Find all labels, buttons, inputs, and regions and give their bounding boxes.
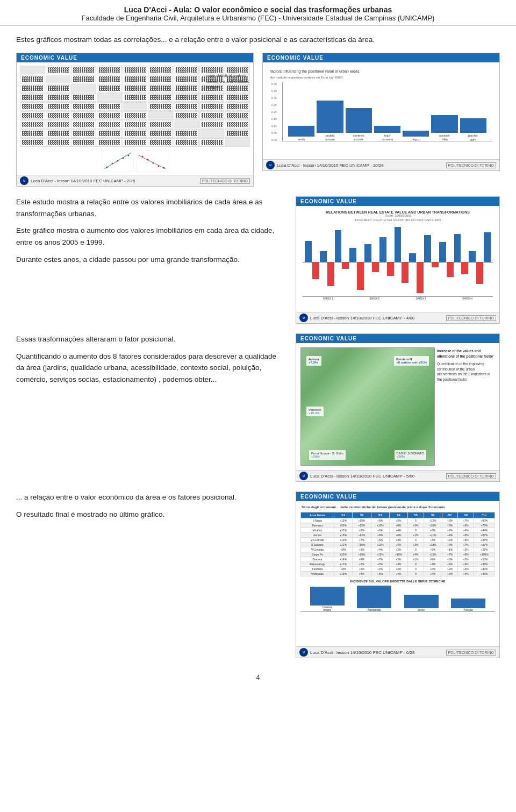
slide-4-box: ECONOMIC VALUE Aurora+7.5% Barriera N+8 …	[296, 333, 500, 482]
map-label-mirafiori: BAGIO S.DONATO+26%	[395, 450, 426, 460]
bar-fill	[317, 101, 343, 133]
sg-cell	[20, 129, 45, 138]
slide-3-box: ECONOMIC VALUE RELATIONS BETWEEN REAL ES…	[296, 196, 500, 324]
sg-cell	[20, 93, 45, 102]
bar-label: negozi	[412, 138, 420, 141]
sg-cell	[97, 111, 122, 120]
data-table: Area Nome S1 S2 S3 S4 S5 S6 S7 S8 Tot	[300, 512, 495, 576]
chart-subtitle: (by multiple regression analysis on Turi…	[270, 76, 492, 79]
table-body: V.Nizza+15%+10%+8%+5%0+12%+3%+7%+60% Bei…	[301, 518, 495, 576]
bb-bar-label: Servizi	[418, 609, 425, 611]
vbar	[327, 227, 334, 297]
slide-5-table-title: Stima degli incrementi ... delle caratte…	[298, 503, 497, 510]
slide-2-header: ECONOMIC VALUE	[263, 53, 499, 62]
section-2-text2: Este gráfico mostra o aumento dos valore…	[16, 225, 285, 248]
section-row-4: ... a relação entre o valor econômico da…	[16, 492, 500, 658]
sg-cell	[174, 120, 199, 129]
col-total: Tot	[474, 512, 494, 518]
re-bars-container	[303, 227, 493, 297]
vbar	[409, 227, 416, 297]
vbar	[424, 227, 431, 297]
y-axis: 0.40 0.35 0.30 0.25 0.20 0.15 0.10 0.05 …	[271, 82, 282, 141]
section-4-text: ... a relação entre o valor econômico da…	[16, 492, 285, 520]
sg-cell	[71, 84, 96, 92]
page-content: Estes gráficos mostram todas as correlaç…	[0, 26, 516, 701]
sg-cell	[123, 102, 148, 111]
sg-cell	[71, 93, 96, 102]
vbar	[349, 227, 356, 297]
table-row: V.S.Donato+10%+7%+5%+3%0+7%+2%+3%+37%	[301, 538, 495, 543]
slide-2-body: factors influencing the positional value…	[263, 62, 499, 159]
sg-cell	[71, 111, 96, 120]
sg-cell	[174, 66, 199, 74]
section-3-text1: Essas trasformações alteraram o fator po…	[16, 333, 285, 345]
slide-1-footer: U Luca D'Acci - lesson 14/10/2010 FEC UN…	[17, 175, 253, 186]
section-2-image: ECONOMIC VALUE RELATIONS BETWEEN REAL ES…	[296, 196, 500, 324]
table-row: Aurora+18%+12%+9%+6%+1%+11%+4%+6%+67%	[301, 533, 495, 538]
table-area: Area Nome S1 S2 S3 S4 S5 S6 S7 S8 Tot	[298, 510, 497, 644]
sg-cell	[225, 102, 250, 111]
slide-3-chart-subtitle2: INCREMENT. RELATIVI DEI VALORI TRA 96J A…	[303, 218, 493, 222]
slide-1-body: some statistical analysis: correlations …	[17, 62, 253, 175]
sg-cell	[148, 84, 173, 92]
slide-3-header: ECONOMIC VALUE	[296, 197, 499, 206]
slide-1-subscatters	[19, 148, 251, 173]
slide-4-footer: U Luca D'Acci - lesson 14/10/2010 FEC UN…	[296, 470, 499, 481]
slide-4-footer-text: Luca D'Acci - lesson 14/10/2010 FEC UNIC…	[310, 474, 414, 479]
bar-label: parche-ggio	[468, 134, 478, 141]
sg-cell	[225, 93, 250, 102]
slide-4-overlay1: Increase of the values and alterations o…	[437, 348, 494, 359]
sg-cell	[71, 102, 96, 111]
vert-bars-row	[303, 227, 493, 296]
slide-1-box: ECONOMIC VALUE	[16, 53, 254, 187]
bar-fill	[288, 126, 314, 137]
unicamp-logo-2: U	[266, 161, 275, 169]
slide-5-body: Stima degli incrementi ... delle caratte…	[296, 501, 499, 646]
bar-inquin: inqui-namento	[374, 126, 400, 141]
sg-cell	[199, 111, 225, 120]
vbar	[320, 227, 327, 297]
bar-contesto: contestosociale	[346, 108, 372, 141]
sg-cell	[97, 75, 122, 83]
svg-point-5	[123, 158, 124, 159]
col-s4: S4	[389, 512, 407, 518]
col-s2: S2	[353, 512, 371, 518]
slide-4-header: ECONOMIC VALUE	[296, 334, 499, 343]
sg-cell	[71, 120, 96, 129]
svg-point-10	[147, 159, 149, 161]
sg-cell	[97, 138, 122, 147]
area-labels: SAREA 1 SAREA 2 SAREA 3 SAREA 4	[303, 297, 493, 301]
unicamp-logo-5: U	[299, 648, 308, 657]
table-row: V.Nizza+15%+10%+8%+5%0+12%+3%+7%+60%	[301, 518, 495, 523]
page-header: Luca D'Acci - Aula: O valor econômico e …	[0, 0, 516, 26]
bar-label: inqui-namento	[382, 134, 393, 141]
table-row: V.Massaia+13%+8%+6%+4%0+8%+3%+4%+46%	[301, 572, 495, 576]
bottom-bar-chart: CarattereUrbano Accessibilità Servizi	[300, 585, 495, 612]
section-4-text1: ... a relação entre o valor econômico da…	[16, 492, 285, 503]
sg-cell	[174, 75, 199, 83]
sg-cell	[46, 84, 71, 92]
sg-cell	[148, 120, 173, 129]
vbar	[476, 227, 483, 297]
sg-cell	[20, 75, 45, 83]
sg-cell	[148, 102, 173, 111]
slide-4-overlay2: Quantification of the improving contribu…	[437, 361, 494, 382]
bar-fill	[374, 126, 400, 133]
intro-text: Estes gráficos mostram todas as correlaç…	[16, 34, 500, 45]
bar-fill	[460, 118, 486, 133]
sg-cell	[225, 129, 250, 138]
col-s1: S1	[334, 512, 352, 518]
map-label-barriera: Barriera N+8 arrière mèt +21%	[394, 356, 429, 366]
bar-parch: parche-ggio	[460, 118, 486, 141]
slide-3-body: RELATIONS BETWEEN REAL ESTATE VALUE AND …	[296, 206, 499, 312]
map-label-porta: Porto Nuova - S. Gallo+28%	[309, 450, 346, 460]
bar-fill	[403, 131, 429, 137]
sg-cell	[46, 138, 71, 147]
slide-5-politecnico: POLITECNICO DI TORINO	[446, 650, 496, 656]
sg-cell	[71, 66, 96, 74]
bb-bar-3: Servizi	[400, 595, 443, 611]
vbar	[342, 227, 349, 297]
sg-cell	[123, 93, 148, 102]
bb-bar-label: CarattereUrbano	[322, 606, 332, 611]
sg-cell	[199, 120, 225, 129]
